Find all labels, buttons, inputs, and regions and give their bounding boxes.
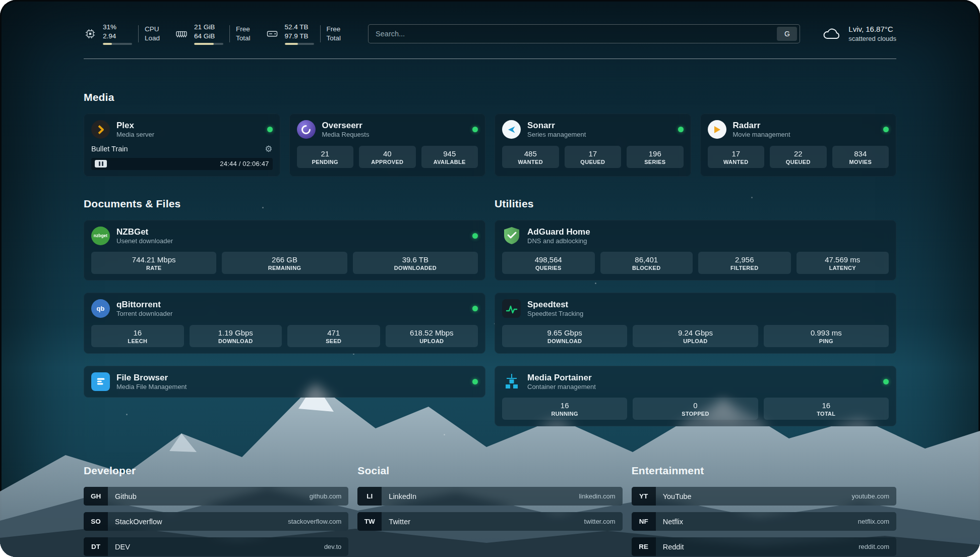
bookmark-row-youtube[interactable]: YT YouTube youtube.com — [632, 487, 896, 506]
bookmark-row-reddit[interactable]: RE Reddit reddit.com — [632, 537, 896, 556]
stat-value: 40 — [361, 149, 414, 158]
now-playing-row: Bullet Train ⚙ — [91, 145, 273, 153]
stat-value: 9.24 Gbps — [635, 328, 756, 337]
stat-value: 834 — [834, 149, 887, 158]
service-name: Radarr — [733, 120, 790, 131]
stat-value: 21 — [299, 149, 352, 158]
bookmark-abbr: RE — [632, 537, 656, 556]
search-input[interactable] — [376, 30, 777, 38]
section-title-utilities: Utilities — [495, 198, 896, 210]
bookmark-name: Netflix — [663, 518, 683, 526]
pause-button[interactable] — [95, 160, 107, 168]
search-box[interactable]: G — [368, 24, 800, 43]
status-dot — [678, 127, 684, 132]
memory-icon — [175, 27, 188, 40]
service-description: Container management — [527, 383, 596, 391]
settings-icon[interactable]: ⚙ — [265, 145, 272, 153]
stat-label: QUEUED — [772, 159, 825, 165]
stat-value: 16 — [93, 328, 182, 337]
divider — [320, 25, 321, 42]
service-name: AdGuard Home — [527, 227, 590, 237]
stat-label: UPLOAD — [635, 338, 756, 344]
cpu-label-bottom: Load — [145, 34, 160, 43]
stats-row: 9.65 Gbps DOWNLOAD 9.24 Gbps UPLOAD 0.99… — [502, 325, 889, 347]
service-titles: AdGuard Home DNS and adblocking — [527, 227, 590, 246]
weather-widget[interactable]: Lviv, 16.87°C scattered clouds — [822, 24, 896, 43]
stat-series: 196 SERIES — [627, 146, 684, 168]
bookmark-row-twitter[interactable]: TW Twitter twitter.com — [357, 512, 622, 531]
stats-row: 16 RUNNING 0 STOPPED 16 TOTAL — [502, 398, 889, 420]
memory-free: 21 GiB — [194, 23, 223, 32]
stats-row: 17 WANTED 22 QUEUED 834 MOVIES — [708, 146, 889, 168]
utilities-cards: AdGuard Home DNS and adblocking 498,564 … — [495, 220, 896, 427]
bookmark-url: dev.to — [324, 543, 341, 550]
stat-stopped: 0 STOPPED — [633, 398, 758, 420]
stat-value: 9.65 Gbps — [504, 328, 625, 337]
header-divider — [84, 59, 896, 59]
service-description: Movie management — [733, 131, 790, 139]
playback-time: 24:44 / 02:06:47 — [220, 160, 269, 168]
service-card-nzbget[interactable]: nzbget NZBGet Usenet downloader 744.21 M… — [84, 220, 485, 281]
service-card-radarr[interactable]: Radarr Movie management 17 WANTED 22 QUE… — [700, 114, 897, 177]
stat-label: QUERIES — [504, 265, 593, 271]
stat-downloaded: 39.6 TB DOWNLOADED — [353, 252, 478, 274]
bookmark-name: DEV — [115, 543, 130, 551]
memory-label-top: Free — [236, 25, 251, 34]
cpu-values: 31% 2.94 — [103, 23, 132, 44]
service-name: File Browser — [116, 372, 187, 383]
stat-label: SERIES — [629, 159, 682, 165]
stat-value: 744.21 Mbps — [93, 255, 214, 264]
bookmark-row-dev[interactable]: DT DEV dev.to — [84, 537, 348, 556]
stat-label: DOWNLOADED — [355, 265, 476, 271]
bookmark-abbr: SO — [84, 512, 108, 531]
service-card-speedtest[interactable]: Speedtest Speedtest Tracking 9.65 Gbps D… — [495, 293, 896, 354]
disk-total: 97.9 TB — [285, 32, 314, 41]
service-card-adguard[interactable]: AdGuard Home DNS and adblocking 498,564 … — [495, 220, 896, 281]
stat-rate: 744.21 Mbps RATE — [91, 252, 216, 274]
service-name: NZBGet — [116, 227, 173, 237]
speedtest-icon — [502, 299, 521, 318]
service-titles: Media Portainer Container management — [527, 372, 596, 392]
status-dot — [472, 127, 478, 132]
card-head: AdGuard Home DNS and adblocking — [502, 227, 889, 246]
service-card-overseerr[interactable]: Overseerr Media Requests 21 PENDING 40 A… — [289, 114, 486, 177]
stat-label: FILTERED — [700, 265, 789, 271]
stat-label: STOPPED — [635, 411, 756, 417]
card-head: Plex Media server — [91, 120, 273, 139]
bookmark-url: github.com — [310, 492, 342, 500]
search-provider-button[interactable]: G — [777, 27, 797, 41]
bookmark-row-netflix[interactable]: NF Netflix netflix.com — [632, 512, 896, 531]
cloud-icon — [822, 26, 841, 41]
disk-bar — [285, 43, 314, 45]
stat-label: BLOCKED — [602, 265, 691, 271]
service-name: Overseerr — [322, 120, 370, 131]
top-bar: 31% 2.94 CPU Load — [84, 19, 896, 48]
bookmark-url: youtube.com — [852, 492, 889, 500]
bookmark-row-stackoverflow[interactable]: SO StackOverflow stackoverflow.com — [84, 512, 348, 531]
divider — [138, 25, 139, 42]
qbittorrent-icon: qb — [91, 299, 110, 318]
stat-value: 196 — [629, 149, 682, 158]
bookmark-group-developer: Developer GH Github github.com SO StackO… — [84, 465, 348, 556]
service-description: Media server — [116, 131, 154, 139]
bookmark-row-github[interactable]: GH Github github.com — [84, 487, 348, 506]
service-card-qbittorrent[interactable]: qb qBittorrent Torrent downloader 16 — [84, 293, 485, 354]
service-description: Media Requests — [322, 131, 370, 139]
memory-total: 64 GiB — [194, 32, 223, 41]
service-card-sonarr[interactable]: Sonarr Series management 485 WANTED 17 Q… — [495, 114, 691, 177]
stat-value: 266 GB — [224, 255, 345, 264]
stat-value: 0 — [635, 401, 756, 410]
section-media: Media Plex Media server — [84, 91, 896, 177]
service-titles: Radarr Movie management — [733, 120, 790, 139]
bookmark-row-linkedin[interactable]: LI LinkedIn linkedin.com — [357, 487, 622, 506]
section-title-entertainment: Entertainment — [632, 465, 896, 477]
service-card-filebrowser[interactable]: File Browser Media File Management — [84, 366, 485, 398]
bookmark-abbr: DT — [84, 537, 108, 556]
bookmark-name: YouTube — [663, 492, 692, 500]
service-card-plex[interactable]: Plex Media server Bullet Train ⚙ 24:44 /… — [84, 114, 280, 177]
card-head: File Browser Media File Management — [91, 372, 478, 392]
service-card-portainer[interactable]: Media Portainer Container management 16 … — [495, 366, 896, 427]
overseerr-icon — [297, 120, 316, 139]
dashboard: 31% 2.94 CPU Load — [0, 0, 980, 557]
cpu-labels: CPU Load — [145, 25, 160, 42]
